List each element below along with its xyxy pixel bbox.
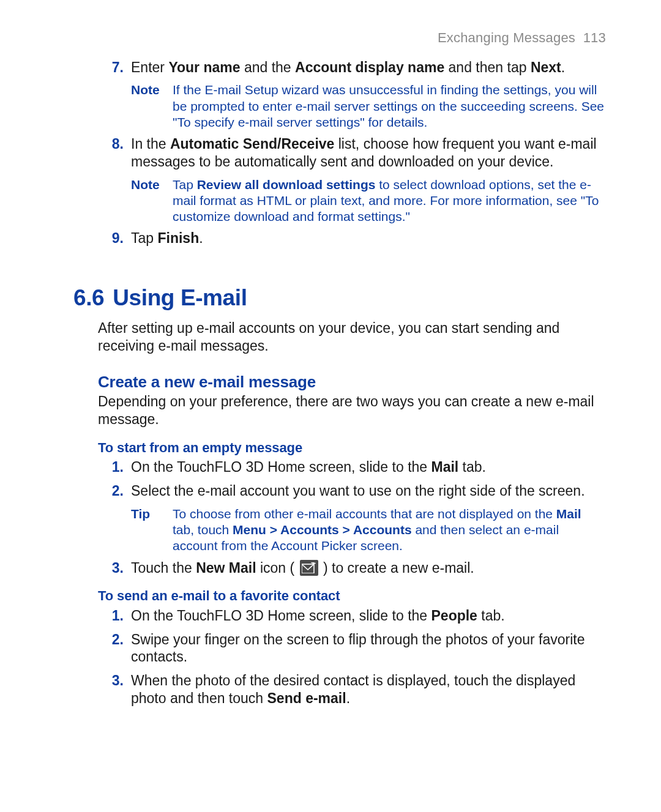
ss2-step-1: 1. On the TouchFLO 3D Home screen, slide… [73, 607, 606, 625]
step-number: 1. [73, 458, 131, 476]
note-step-8: Note Tap Review all download settings to… [131, 177, 606, 225]
note-body: If the E-mail Setup wizard was unsuccess… [173, 82, 606, 130]
step-number: 9. [73, 229, 131, 247]
ss1-step-2: 2. Select the e-mail account you want to… [73, 482, 606, 500]
note-step-7: Note If the E-mail Setup wizard was unsu… [131, 82, 606, 130]
step-number: 2. [73, 482, 131, 500]
running-header: Exchanging Messages 113 [73, 29, 606, 47]
step-number: 2. [73, 631, 131, 666]
step-body: On the TouchFLO 3D Home screen, slide to… [131, 458, 606, 476]
ss2-step-2: 2. Swipe your finger on the screen to fl… [73, 631, 606, 666]
note-label: Note [131, 177, 173, 225]
step-number: 3. [73, 559, 131, 577]
step-body: On the TouchFLO 3D Home screen, slide to… [131, 607, 606, 625]
note-label: Note [131, 82, 173, 130]
step-body: Tap Finish. [131, 229, 606, 247]
section-title: Using E-mail [113, 285, 247, 310]
ss1-step-3: 3. Touch the New Mail icon ( ) to create… [73, 559, 606, 577]
section-number: 6.6 [73, 285, 104, 310]
subsub-empty-message: To start from an empty message [98, 439, 606, 456]
step-body: Select the e-mail account you want to us… [131, 482, 606, 500]
sub-paragraph: Depending on your preference, there are … [98, 393, 606, 428]
step-number: 7. [73, 59, 131, 76]
tip-ss1: Tip To choose from other e-mail accounts… [131, 506, 606, 554]
step-body: Touch the New Mail icon ( ) to create a … [131, 559, 606, 577]
step-number: 8. [73, 135, 131, 171]
step-body: Enter Your name and the Account display … [131, 59, 606, 76]
subheading-create: Create a new e-mail message [98, 372, 606, 392]
step-7: 7. Enter Your name and the Account displ… [73, 59, 606, 76]
step-body: When the photo of the desired contact is… [131, 672, 606, 707]
step-number: 3. [73, 672, 131, 707]
section-paragraph: After setting up e-mail accounts on your… [98, 319, 606, 355]
step-8: 8. In the Automatic Send/Receive list, c… [73, 135, 606, 171]
step-number: 1. [73, 607, 131, 625]
step-9: 9. Tap Finish. [73, 229, 606, 247]
step-body: Swipe your finger on the screen to flip … [131, 631, 606, 666]
tip-label: Tip [131, 506, 173, 554]
step-body: In the Automatic Send/Receive list, choo… [131, 135, 606, 171]
section-heading: 6.6Using E-mail [73, 284, 606, 312]
tip-body: To choose from other e-mail accounts tha… [173, 506, 606, 554]
header-title: Exchanging Messages [438, 30, 575, 45]
ss2-step-3: 3. When the photo of the desired contact… [73, 672, 606, 707]
note-body: Tap Review all download settings to sele… [173, 177, 606, 225]
page-number: 113 [583, 30, 606, 45]
page: Exchanging Messages 113 7. Enter Your na… [0, 0, 661, 812]
new-mail-icon [300, 560, 318, 576]
ss1-step-1: 1. On the TouchFLO 3D Home screen, slide… [73, 458, 606, 476]
subsub-favorite-contact: To send an e-mail to a favorite contact [98, 587, 606, 605]
